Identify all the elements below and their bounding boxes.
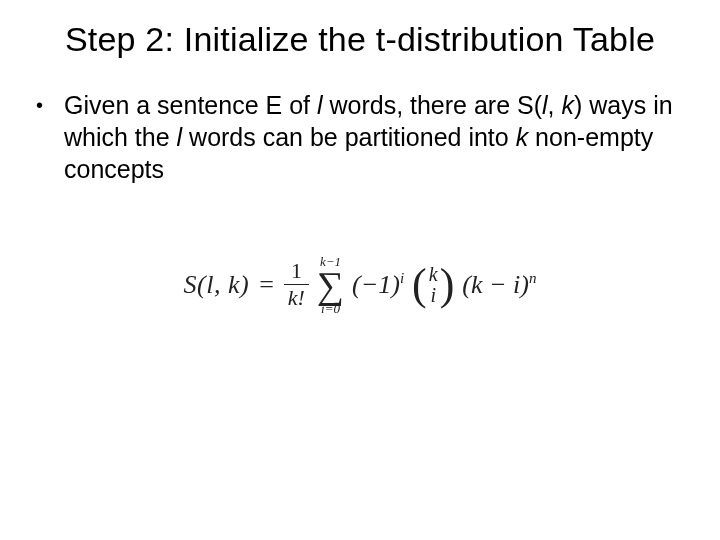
binom-bottom: i: [430, 285, 436, 306]
formula: S(l, k) = 1 k! k−1 ∑ i=0 (−1)i ( k i: [30, 255, 690, 315]
body: • Given a sentence E of l words, there a…: [30, 89, 690, 185]
tail-term: (k − i)n: [462, 270, 536, 300]
text-run: words, there are S(: [323, 91, 543, 119]
binomial-stack: k i: [427, 264, 440, 306]
text-run: (k − i): [462, 270, 529, 299]
equals-sign: =: [255, 270, 278, 300]
text-run: words can be partitioned into: [182, 123, 516, 151]
sum-lower: i=0: [321, 302, 340, 315]
text-run: (−1): [352, 270, 400, 299]
slide: Step 2: Initialize the t-distribution Ta…: [0, 0, 720, 540]
binomial: ( k i ): [412, 264, 454, 306]
superscript-n: n: [529, 270, 537, 286]
text-run: Given a sentence E of: [64, 91, 317, 119]
var-k: k: [562, 91, 575, 119]
neg-one-power-i: (−1)i: [352, 270, 404, 300]
paren-right-icon: ): [440, 267, 455, 302]
bullet-dot-icon: •: [36, 89, 64, 119]
fraction-numerator: 1: [287, 259, 306, 283]
superscript-i: i: [400, 270, 404, 286]
paren-left-icon: (: [412, 267, 427, 302]
var-k: k: [516, 123, 529, 151]
fraction: 1 k!: [284, 259, 309, 310]
bullet-text: Given a sentence E of l words, there are…: [64, 89, 690, 185]
slide-title: Step 2: Initialize the t-distribution Ta…: [30, 18, 690, 61]
sigma-icon: ∑: [317, 268, 344, 302]
formula-inner: S(l, k) = 1 k! k−1 ∑ i=0 (−1)i ( k i: [184, 255, 537, 315]
summation: k−1 ∑ i=0: [317, 255, 344, 315]
bullet-item: • Given a sentence E of l words, there a…: [36, 89, 690, 185]
text-run: k!: [288, 285, 305, 310]
formula-lhs: S(l, k): [184, 270, 250, 300]
fraction-denominator: k!: [284, 286, 309, 310]
binom-top: k: [429, 264, 438, 285]
text-run: ,: [548, 91, 562, 119]
